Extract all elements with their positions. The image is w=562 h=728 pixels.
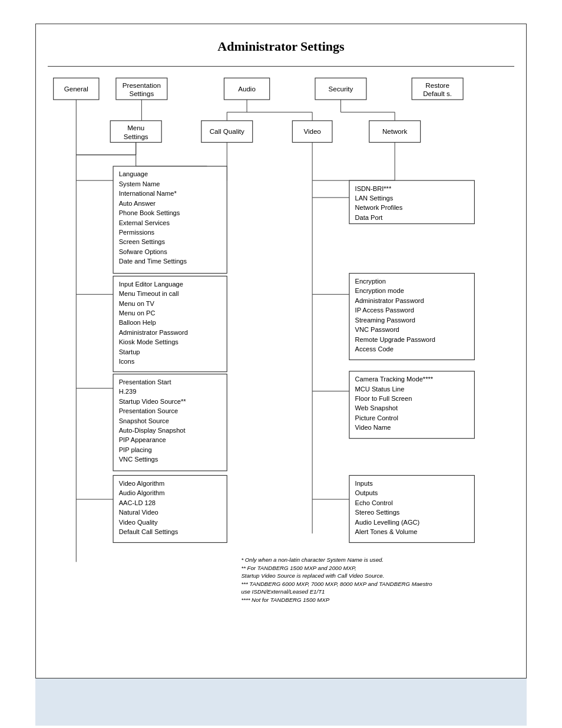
svg-text:Call Quality: Call Quality <box>210 128 244 135</box>
svg-text:Camera Tracking Mode****: Camera Tracking Mode**** <box>355 375 434 383</box>
svg-text:Phone Book Settings: Phone Book Settings <box>119 209 180 216</box>
svg-text:Startup Video Source**: Startup Video Source** <box>119 398 187 405</box>
svg-text:**** Not for TANDBERG 1500 MXP: **** Not for TANDBERG 1500 MXP <box>241 597 329 603</box>
svg-text:Restore: Restore <box>425 82 449 89</box>
svg-text:Menu on TV: Menu on TV <box>119 300 155 307</box>
svg-text:Encryption mode: Encryption mode <box>355 287 404 294</box>
svg-text:Settings: Settings <box>124 133 148 140</box>
tree-diagram: General Presentation Settings Audio Secu… <box>48 67 514 664</box>
svg-text:Input Editor Language: Input Editor Language <box>119 281 183 288</box>
svg-text:Network Profiles: Network Profiles <box>355 204 403 211</box>
svg-text:IP Access Password: IP Access Password <box>355 307 414 314</box>
svg-text:Presentation: Presentation <box>123 82 161 89</box>
svg-text:Snapshot Source: Snapshot Source <box>119 417 169 424</box>
svg-text:Network: Network <box>382 128 408 135</box>
svg-text:ISDN-BRI***: ISDN-BRI*** <box>355 185 392 192</box>
svg-text:Default s.: Default s. <box>423 90 452 97</box>
svg-text:Language: Language <box>119 170 148 177</box>
svg-text:Menu Timeout in call: Menu Timeout in call <box>119 290 179 297</box>
svg-text:Administrator Password: Administrator Password <box>355 297 424 304</box>
svg-text:Auto-Display Snapshot: Auto-Display Snapshot <box>119 427 186 434</box>
svg-text:Streaming Password: Streaming Password <box>355 317 415 324</box>
svg-text:Security: Security <box>329 85 353 93</box>
svg-text:General: General <box>64 85 88 93</box>
svg-text:Remote Upgrade Password: Remote Upgrade Password <box>355 336 435 343</box>
page-title: Administrator Settings <box>48 33 514 67</box>
svg-text:LAN Settings: LAN Settings <box>355 195 394 202</box>
svg-text:Menu: Menu <box>127 124 144 131</box>
svg-text:VNC Password: VNC Password <box>355 326 399 333</box>
svg-text:Inputs: Inputs <box>355 480 373 487</box>
svg-text:Screen Settings: Screen Settings <box>119 238 166 245</box>
svg-text:Alert Tones & Volume: Alert Tones & Volume <box>355 528 418 535</box>
svg-text:*   Only when a non-latin char: * Only when a non-latin character System… <box>241 556 384 563</box>
diagram-wrapper: General Presentation Settings Audio Secu… <box>48 67 514 666</box>
svg-text:Menu on PC: Menu on PC <box>119 309 156 317</box>
svg-text:VNC Settings: VNC Settings <box>119 456 158 463</box>
svg-text:Audio: Audio <box>238 85 256 93</box>
svg-text:Default Call Settings: Default Call Settings <box>119 528 178 535</box>
page: Administrator Settings General Presentat… <box>0 0 562 728</box>
svg-text:Audio Algorithm: Audio Algorithm <box>119 489 165 496</box>
svg-text:Settings: Settings <box>129 90 154 97</box>
svg-text:Outputs: Outputs <box>355 489 378 496</box>
svg-text:Icons: Icons <box>119 358 135 365</box>
svg-text:Echo Control: Echo Control <box>355 499 393 506</box>
svg-text:Date and Time Settings: Date and Time Settings <box>119 258 187 265</box>
svg-text:Administrator Password: Administrator Password <box>119 329 188 336</box>
svg-text:Video: Video <box>303 128 320 135</box>
svg-text:Encryption: Encryption <box>355 278 386 285</box>
svg-text:use ISDN/External/Leased E1/T1: use ISDN/External/Leased E1/T1 <box>241 588 325 595</box>
svg-text:Startup: Startup <box>119 348 140 355</box>
svg-text:External Services: External Services <box>119 219 170 226</box>
svg-text:Natural Video: Natural Video <box>119 509 158 516</box>
svg-text:Data Port: Data Port <box>355 214 383 221</box>
svg-text:Video Name: Video Name <box>355 424 391 431</box>
svg-text:Audio Levelling (AGC): Audio Levelling (AGC) <box>355 519 420 526</box>
svg-text:PIP Appearance: PIP Appearance <box>119 436 166 443</box>
svg-text:PIP placing: PIP placing <box>119 446 152 453</box>
svg-text:Access Code: Access Code <box>355 345 394 353</box>
svg-text:Stereo Settings: Stereo Settings <box>355 509 400 516</box>
main-box: Administrator Settings General Presentat… <box>35 24 527 678</box>
svg-text:*** TANDBERG 6000 MXP, 7000 MX: *** TANDBERG 6000 MXP, 7000 MXP, 8000 MX… <box>241 581 432 587</box>
svg-text:Auto Answer: Auto Answer <box>119 200 156 207</box>
svg-text:Video Quality: Video Quality <box>119 519 158 526</box>
svg-text:Startup Video Source is replac: Startup Video Source is replaced with Ca… <box>241 572 384 579</box>
svg-text:Sofware Options: Sofware Options <box>119 248 167 255</box>
svg-text:Presentation Source: Presentation Source <box>119 407 178 414</box>
svg-text:International Name*: International Name* <box>119 190 177 197</box>
svg-text:Presentation Start: Presentation Start <box>119 378 171 386</box>
svg-text:Balloon Help: Balloon Help <box>119 319 156 326</box>
svg-text:System Name: System Name <box>119 180 160 187</box>
svg-text:AAC-LD 128: AAC-LD 128 <box>119 499 156 506</box>
svg-text:MCU Status Line: MCU Status Line <box>355 386 405 393</box>
footer-bar <box>35 678 527 726</box>
svg-text:Web Snapshot: Web Snapshot <box>355 404 398 411</box>
svg-text:Kiosk Mode Settings: Kiosk Mode Settings <box>119 338 179 345</box>
svg-text:Floor to Full Screen: Floor to Full Screen <box>355 395 412 402</box>
svg-text:**  For TANDBERG 1500 MXP and : ** For TANDBERG 1500 MXP and 2000 MXP, <box>241 565 356 571</box>
svg-text:Video Algorithm: Video Algorithm <box>119 480 164 487</box>
svg-text:Permissions: Permissions <box>119 229 155 236</box>
svg-text:H.239: H.239 <box>119 388 137 395</box>
svg-text:Picture Control: Picture Control <box>355 414 398 421</box>
